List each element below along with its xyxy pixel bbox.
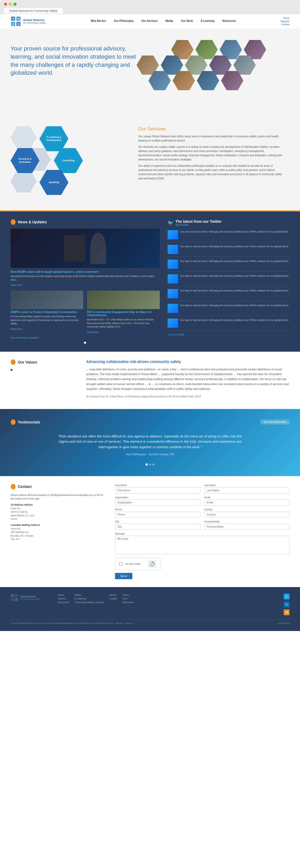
testimonials-heading-icon [10, 420, 16, 425]
footer-nav-about[interactable]: About [122, 594, 134, 596]
honeycomb-images [136, 39, 290, 124]
svg-rect-8 [11, 594, 14, 597]
twitter-heading: The latest from our Twitter [176, 219, 222, 224]
footer-nav-col-4: About FAQ Resources [122, 594, 134, 603]
services-desc-2: Our therefore are subject matter experts… [138, 145, 286, 162]
twitter-handle: @gnfcsafety [176, 224, 222, 226]
news-small-read-more-2[interactable]: Read More [87, 331, 99, 334]
footer-nav-contact[interactable]: Contact [109, 597, 117, 600]
footer-copyright: © 2014 Global Network for Community Safe… [10, 622, 132, 624]
twitter-thumb-0 [168, 230, 178, 239]
phone-field: Phone [115, 508, 200, 518]
nav-col-media: Media [166, 20, 173, 23]
footer-nav-col-3: Search Contact [109, 594, 117, 603]
svg-rect-4 [12, 18, 14, 20]
twitter-text-5: Our team is hard at work in Winnipeg thi… [180, 304, 289, 313]
news-small-read-more-1[interactable]: Read More [10, 328, 22, 330]
nav-our-philosophy[interactable]: Our Philosophy [114, 20, 133, 22]
footer-logo-text1: Global Network [20, 595, 40, 598]
browser-chrome: Global Network for Community Safety [0, 0, 300, 14]
news-dot-1[interactable] [84, 342, 86, 344]
footer-nav-col-2: Media E-Learning Community Safety Learni… [74, 594, 104, 603]
values-dot[interactable] [10, 369, 12, 371]
news-small-img-1 [10, 291, 83, 309]
svg-rect-11 [15, 598, 18, 601]
testimonial-dot-1[interactable] [146, 463, 148, 466]
nav-who-we-are[interactable]: Who We Are [91, 20, 106, 22]
twitter-text-4: Our team is hard at work in Winnipeg thi… [180, 289, 289, 298]
last-name-input[interactable] [204, 487, 290, 493]
canada-address-text: Suite 601 365 Sparling Ave Burnaby, BC, … [10, 527, 104, 541]
first-name-input[interactable] [115, 487, 200, 493]
minimize-dot[interactable] [9, 3, 12, 6]
contact-form: First Name Last Name Organization Email … [115, 484, 290, 579]
message-input[interactable] [115, 536, 290, 554]
captcha-recaptcha [148, 560, 156, 568]
twitter-thumb-3 [168, 274, 178, 283]
footer-nav-mission[interactable]: Mission [58, 597, 69, 600]
city-input[interactable] [115, 524, 200, 530]
maximize-dot[interactable] [13, 3, 17, 6]
nav-media[interactable]: Media [166, 20, 173, 22]
footer-nav-resources2[interactable]: Resources [122, 601, 134, 603]
city-label: City [115, 520, 200, 523]
values-subheading: Advancing collaborative risk-driven comm… [86, 360, 290, 364]
see-all-testimonials-button[interactable]: See all testimonials [261, 420, 290, 425]
footer-nav-home[interactable]: Home [58, 594, 69, 596]
nav-our-services[interactable]: Our Services [141, 20, 158, 22]
testimonial-dot-2[interactable] [149, 463, 151, 466]
nav-col-philosophy: Our Philosophy [114, 20, 133, 23]
footer-logo-text2: for Community Safety [20, 598, 40, 600]
nav-resources[interactable]: Resources [222, 20, 236, 22]
footer-nav-css-learning[interactable]: Community Safety Learning [74, 601, 104, 603]
testimonials-prev-arrow[interactable]: ‹ [149, 430, 151, 434]
nav-home-link[interactable]: Home [280, 17, 290, 20]
submit-button[interactable]: Send [115, 573, 132, 579]
recaptcha-icon [149, 561, 155, 566]
captcha-box[interactable]: I'm not a robot [115, 558, 160, 570]
message-label: Message [115, 532, 290, 535]
close-dot[interactable] [4, 3, 7, 6]
province-input[interactable] [204, 524, 290, 530]
gray-hex-1 [10, 126, 37, 149]
email-label: Email [204, 496, 290, 499]
nav-col-resources: Resources [222, 20, 236, 23]
testimonials-next-arrow[interactable]: › [149, 456, 151, 460]
footer-nav-media[interactable]: Media [74, 594, 104, 596]
linkedin-social-icon[interactable]: in [284, 601, 290, 607]
form-row-org-email: Organization Email [115, 496, 290, 505]
email-input[interactable] [204, 499, 290, 505]
nav-col-services: Our Services [141, 20, 158, 23]
news-heading-row: News & Updates [10, 219, 160, 225]
footer-nav-faq[interactable]: FAQ [122, 597, 134, 600]
see-more-news[interactable]: See more news & updates [10, 336, 160, 339]
footer-nav-elearning[interactable]: E-Learning [74, 597, 104, 600]
nav-elearning[interactable]: E-Learning [201, 20, 214, 22]
rss-social-icon[interactable]: ⌘ [284, 610, 290, 615]
footer-nav-resources[interactable]: Resources [58, 601, 69, 603]
us-address-heading: US Mailing Address [10, 503, 104, 506]
nav-our-work[interactable]: Our Work [181, 20, 193, 22]
hero-tagline: Your proven source for professional advi… [10, 45, 136, 77]
news-small-2: PEI's Community Engagement Day on May 2 … [87, 291, 160, 334]
footer-nav-search[interactable]: Search [109, 594, 117, 596]
twitter-item-4: Our team is hard at work in Winnipeg thi… [168, 289, 290, 301]
contact-heading-icon [10, 484, 16, 489]
captcha-checkbox[interactable] [119, 562, 123, 566]
province-field: Province/State [204, 520, 290, 530]
nav-register-link[interactable]: Register [280, 20, 290, 23]
news-main-read-more[interactable]: Read More [10, 284, 22, 286]
phone-input[interactable] [115, 512, 200, 518]
news-main-image [10, 228, 160, 268]
svg-rect-10 [11, 598, 14, 601]
twitter-thumb-1 [168, 245, 178, 254]
country-input[interactable] [204, 512, 290, 518]
province-label: Province/State [204, 520, 290, 523]
twitter-follow-link[interactable]: Go to our twitter [168, 333, 290, 336]
testimonial-dot-3[interactable] [152, 463, 154, 466]
organization-input[interactable] [115, 499, 200, 505]
values-heading-row: Our Values [10, 360, 79, 365]
nav-contact-link[interactable]: Contact [280, 23, 290, 26]
twitter-social-icon[interactable]: 𝕏 [284, 594, 290, 599]
canada-address-block: Canadian Mailing Address Suite 601 365 S… [10, 524, 104, 541]
